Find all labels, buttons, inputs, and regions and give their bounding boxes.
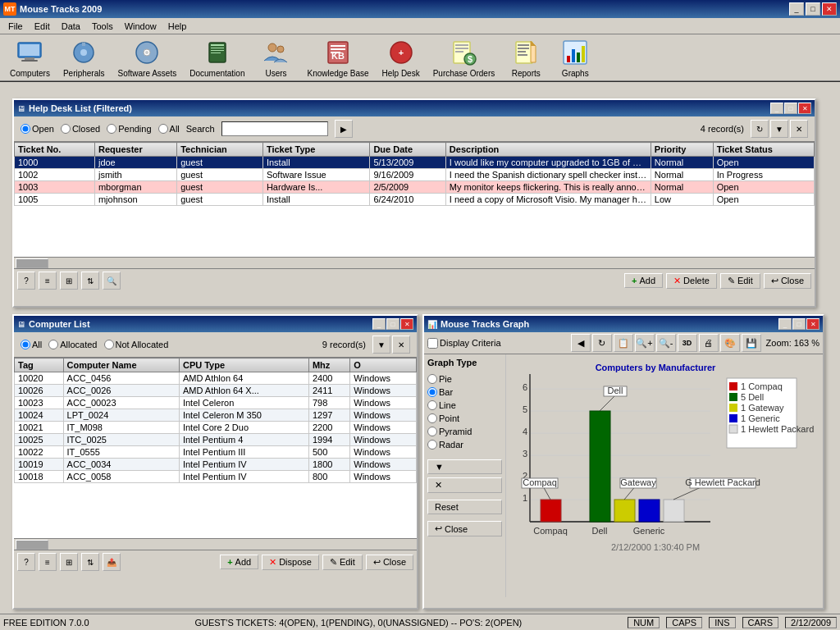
graph-filter-btn[interactable]: ▼ — [427, 459, 502, 474]
graph-zoom-in-btn[interactable]: 🔍+ — [635, 334, 655, 352]
comp-col-cpu[interactable]: CPU Type — [179, 358, 308, 372]
graph-type-pie[interactable]: Pie — [427, 374, 502, 384]
computer-filter-allocated[interactable]: Allocated — [48, 340, 97, 349]
helpdesk-close-btn[interactable]: ✕ — [798, 103, 811, 114]
computer-dispose-btn[interactable]: ✕ Dispose — [262, 555, 319, 570]
graph-zoom-out-btn[interactable]: 🔍- — [656, 334, 676, 352]
col-ticket-type[interactable]: Ticket Type — [262, 143, 369, 157]
graph-close-btn-action[interactable]: ↩ Close — [427, 521, 502, 536]
helpdesk-refresh-btn[interactable]: ↻ — [751, 120, 769, 138]
col-technician[interactable]: Technician — [177, 143, 263, 157]
computer-list-close-btn[interactable]: ✕ — [400, 318, 413, 330]
menu-help[interactable]: Help — [163, 20, 192, 33]
graph-type-bar[interactable]: Bar — [427, 387, 502, 397]
computer-list-maximize-btn[interactable]: □ — [386, 318, 399, 330]
helpdesk-filter-open[interactable]: Open — [21, 124, 54, 134]
helpdesk-clear-filter-btn[interactable]: ✕ — [790, 120, 808, 138]
col-priority[interactable]: Priority — [651, 143, 713, 157]
col-description[interactable]: Description — [445, 143, 651, 157]
minimize-button[interactable]: _ — [789, 2, 804, 16]
helpdesk-help-btn[interactable]: ? — [17, 272, 35, 290]
computer-clear-filter-btn[interactable]: ✕ — [392, 336, 410, 354]
col-ticket-no[interactable]: Ticket No. — [15, 143, 95, 157]
computer-list-scrollbar[interactable] — [14, 538, 417, 550]
col-ticket-status[interactable]: Ticket Status — [713, 143, 814, 157]
graph-back-btn[interactable]: ◀ — [571, 334, 591, 352]
computer-row[interactable]: 10020ACC_0456AMD Athlon 642400Windows — [15, 372, 417, 385]
graph-type-point[interactable]: Point — [427, 413, 502, 423]
toolbar-documentation[interactable]: Documentation — [186, 36, 248, 80]
computer-help-btn[interactable]: ? — [17, 553, 35, 571]
graph-copy-btn[interactable]: 📋 — [614, 334, 633, 352]
helpdesk-scrollbar[interactable] — [14, 257, 815, 268]
helpdesk-row[interactable]: 1002jsmithguestSoftware Issue9/16/2009I … — [15, 169, 815, 181]
helpdesk-close-window-btn[interactable]: ↩ Close — [764, 273, 811, 289]
computer-list-minimize-btn[interactable]: _ — [372, 318, 386, 330]
computer-list-btn[interactable]: ≡ — [39, 553, 57, 571]
col-requester[interactable]: Requester — [94, 143, 176, 157]
toolbar-help-desk[interactable]: + Help Desk — [379, 36, 423, 80]
computer-row[interactable]: 10025ITC_0025Intel Pentium 41994Windows — [15, 434, 417, 446]
helpdesk-maximize-btn[interactable]: □ — [784, 103, 797, 114]
graph-type-radar[interactable]: Radar — [427, 440, 502, 450]
helpdesk-add-btn[interactable]: + Add — [624, 273, 663, 288]
toolbar-software[interactable]: Software Assets — [115, 36, 180, 80]
helpdesk-list-btn[interactable]: ≡ — [39, 272, 57, 290]
helpdesk-row[interactable]: 1005mjohnsonguestInstall6/24/2010I need … — [15, 194, 815, 206]
graph-print-btn[interactable]: 🖨 — [699, 334, 719, 352]
computer-filter-btn[interactable]: ▼ — [372, 336, 390, 354]
computer-list-scrollbar-thumb[interactable] — [16, 540, 48, 550]
toolbar-computers[interactable]: Computers — [7, 36, 53, 80]
graph-3d-btn[interactable]: 3D — [678, 334, 697, 352]
graph-clear-btn[interactable]: ✕ — [427, 477, 502, 493]
helpdesk-filter-closed[interactable]: Closed — [61, 124, 100, 134]
computer-export-btn[interactable]: 📤 — [103, 553, 121, 571]
computer-row[interactable]: 10021IT_M098Intel Core 2 Duo2200Windows — [15, 422, 417, 434]
graph-refresh-btn[interactable]: ↻ — [592, 334, 612, 352]
graph-type-pyramid[interactable]: Pyramid — [427, 427, 502, 436]
graph-color-btn[interactable]: 🎨 — [720, 334, 740, 352]
menu-tools[interactable]: Tools — [87, 20, 118, 33]
helpdesk-minimize-btn[interactable]: _ — [770, 103, 783, 114]
graph-type-line[interactable]: Line — [427, 400, 502, 410]
computer-filter-all[interactable]: All — [21, 340, 42, 349]
helpdesk-filter-btn[interactable]: ▼ — [770, 120, 788, 138]
maximize-button[interactable]: □ — [806, 2, 820, 16]
menu-window[interactable]: Window — [120, 20, 162, 33]
toolbar-peripherals[interactable]: Peripherals — [60, 36, 108, 80]
computer-row[interactable]: 10023ACC_00023Intel Celeron798Windows — [15, 397, 417, 409]
graph-close-btn[interactable]: ✕ — [806, 318, 819, 330]
computer-row[interactable]: 10026ACC_0026AMD Athlon 64 X...2411Windo… — [15, 385, 417, 397]
helpdesk-sort-btn[interactable]: ⇅ — [81, 272, 99, 290]
computer-close-btn[interactable]: ↩ Close — [366, 555, 413, 570]
graph-maximize-btn[interactable]: □ — [792, 318, 806, 330]
computer-row[interactable]: 10019ACC_0034Intel Pentium IV1800Windows — [15, 459, 417, 471]
menu-data[interactable]: Data — [57, 20, 85, 33]
helpdesk-search-input[interactable] — [221, 121, 328, 136]
helpdesk-row[interactable]: 1000jdoeguestInstall5/13/2009I would lik… — [15, 157, 815, 169]
toolbar-purchase-orders[interactable]: $ Purchase Orders — [430, 36, 499, 80]
graph-minimize-btn[interactable]: _ — [778, 318, 792, 330]
computer-edit-btn[interactable]: ✎ Edit — [322, 555, 363, 570]
computer-row[interactable]: 10018ACC_0058Intel Pentium IV800Windows — [15, 471, 417, 483]
menu-file[interactable]: File — [3, 20, 28, 33]
toolbar-graphs[interactable]: Graphs — [554, 36, 596, 80]
computer-add-btn[interactable]: + Add — [220, 555, 258, 569]
helpdesk-search-btn[interactable]: 🔍 — [103, 272, 121, 290]
computer-sort-btn[interactable]: ⇅ — [81, 553, 99, 571]
computer-row[interactable]: 10022IT_0555Intel Pentium III500Windows — [15, 446, 417, 459]
toolbar-knowledge-base[interactable]: KB Knowledge Base — [304, 36, 372, 80]
comp-col-os[interactable]: O — [350, 358, 417, 372]
helpdesk-row[interactable]: 1003mborgmanguestHardware Is...2/5/2009M… — [15, 181, 815, 194]
toolbar-users[interactable]: Users — [254, 36, 297, 80]
helpdesk-grid-btn[interactable]: ⊞ — [60, 272, 78, 290]
comp-col-tag[interactable]: Tag — [15, 358, 64, 372]
graph-save-btn[interactable]: 💾 — [742, 334, 761, 352]
col-due-date[interactable]: Due Date — [370, 143, 445, 157]
display-criteria-checkbox[interactable] — [427, 338, 438, 349]
close-app-button[interactable]: ✕ — [822, 2, 837, 16]
comp-col-mhz[interactable]: Mhz — [308, 358, 349, 372]
helpdesk-edit-btn[interactable]: ✎ Edit — [720, 273, 760, 289]
computer-filter-not-allocated[interactable]: Not Allocated — [104, 340, 169, 349]
graph-reset-btn[interactable]: Reset — [427, 500, 502, 514]
